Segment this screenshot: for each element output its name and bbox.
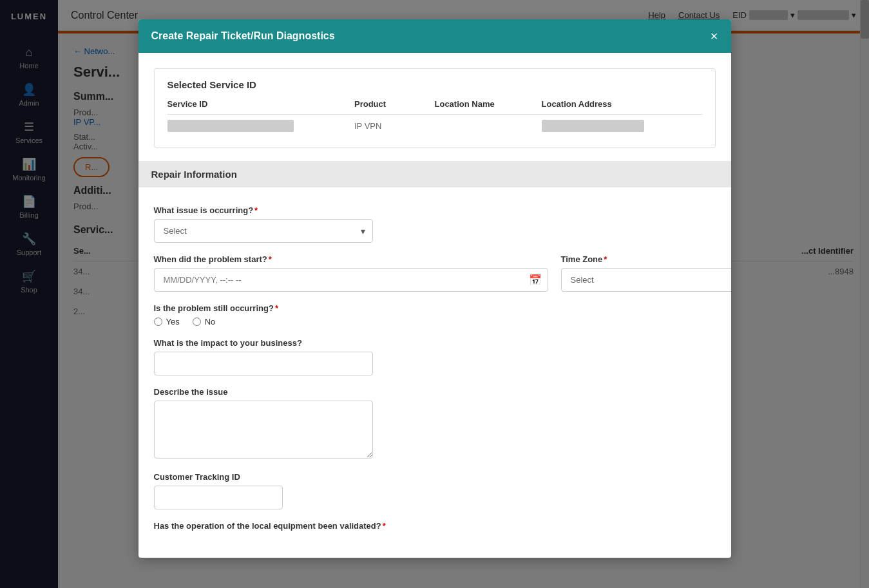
- tracking-input[interactable]: [154, 486, 283, 509]
- describe-label: Describe the issue: [154, 387, 716, 397]
- still-occurring-label: Is the problem still occurring?*: [154, 303, 716, 313]
- yes-label: Yes: [166, 317, 180, 327]
- location-name-value: [435, 115, 542, 138]
- modal: Create Repair Ticket/Run Diagnostics × S…: [138, 19, 731, 558]
- problem-start-col: When did the problem start?* 📅: [154, 254, 548, 303]
- repair-info-title: Repair Information: [151, 169, 718, 180]
- timezone-select-wrapper: Select ▾: [561, 268, 731, 292]
- col-product: Product: [354, 99, 435, 115]
- service-table-row: ████████████████████ IP VPN ████████████…: [167, 115, 702, 138]
- datetime-wrapper: 📅: [154, 268, 548, 292]
- timezone-label: Time Zone*: [561, 254, 716, 264]
- repair-info-header: Repair Information: [138, 161, 731, 187]
- no-radio[interactable]: [193, 318, 201, 326]
- col-service-id: Service ID: [167, 99, 355, 115]
- modal-close-button[interactable]: ×: [711, 30, 718, 43]
- issue-select-wrapper: Select ▾: [154, 219, 373, 243]
- required-star: *: [275, 303, 278, 313]
- location-address-blurred: ████████████████: [542, 120, 644, 132]
- service-id-blurred: ████████████████████: [167, 120, 294, 132]
- service-id-section: Selected Service ID Service ID Product L…: [154, 68, 716, 148]
- service-id-section-title: Selected Service ID: [167, 79, 702, 90]
- tracking-label: Customer Tracking ID: [154, 472, 716, 482]
- timezone-group: Time Zone* Select ▾: [561, 254, 716, 292]
- required-star: *: [269, 254, 272, 264]
- modal-header: Create Repair Ticket/Run Diagnostics ×: [138, 19, 731, 53]
- issue-field-group: What issue is occurring?* Select ▾: [154, 205, 716, 243]
- product-value: IP VPN: [354, 115, 435, 138]
- modal-title: Create Repair Ticket/Run Diagnostics: [151, 30, 335, 42]
- describe-group: Describe the issue: [154, 387, 716, 460]
- modal-overlay: Create Repair Ticket/Run Diagnostics × S…: [0, 0, 869, 588]
- service-table: Service ID Product Location Name Locatio…: [167, 99, 702, 137]
- col-location-address: Location Address: [542, 99, 702, 115]
- tracking-group: Customer Tracking ID: [154, 472, 716, 509]
- modal-body: Selected Service ID Service ID Product L…: [138, 53, 731, 558]
- required-star: *: [383, 521, 386, 531]
- local-equipment-group: Has the operation of the local equipment…: [154, 521, 716, 531]
- local-equipment-label: Has the operation of the local equipment…: [154, 521, 716, 531]
- datetime-timezone-row: When did the problem start?* 📅 Time Zone…: [154, 254, 716, 303]
- impact-group: What is the impact to your business?: [154, 338, 716, 375]
- service-id-value: ████████████████████: [167, 115, 355, 138]
- issue-select[interactable]: Select: [154, 219, 373, 243]
- required-star: *: [604, 254, 607, 264]
- impact-input[interactable]: [154, 352, 373, 375]
- still-occurring-group: Is the problem still occurring?* Yes No: [154, 303, 716, 327]
- problem-start-input[interactable]: [154, 268, 548, 292]
- timezone-col: Time Zone* Select ▾: [561, 254, 716, 303]
- col-location-name: Location Name: [435, 99, 542, 115]
- yes-radio[interactable]: [154, 318, 162, 326]
- still-occurring-radio-group: Yes No: [154, 317, 716, 327]
- no-radio-label[interactable]: No: [193, 317, 216, 327]
- problem-start-label: When did the problem start?*: [154, 254, 548, 264]
- no-label: No: [205, 317, 216, 327]
- issue-label: What issue is occurring?*: [154, 205, 716, 215]
- timezone-select[interactable]: Select: [561, 268, 731, 292]
- yes-radio-label[interactable]: Yes: [154, 317, 180, 327]
- problem-start-group: When did the problem start?* 📅: [154, 254, 548, 292]
- repair-form: What issue is occurring?* Select ▾: [154, 200, 716, 531]
- required-star: *: [254, 205, 258, 215]
- impact-label: What is the impact to your business?: [154, 338, 716, 348]
- location-address-value: ████████████████: [542, 115, 702, 138]
- describe-textarea[interactable]: [154, 401, 373, 459]
